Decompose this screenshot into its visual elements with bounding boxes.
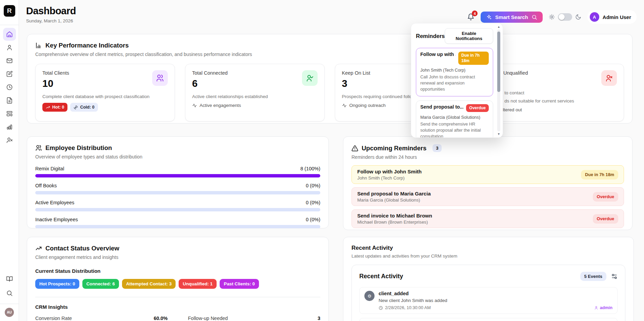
cyclone-icon bbox=[74, 105, 78, 110]
distribution-label: Active Employees bbox=[35, 200, 74, 205]
edit-icon bbox=[6, 71, 13, 77]
smart-search-button[interactable]: Smart Search bbox=[481, 12, 543, 23]
insight-value: 3 bbox=[318, 316, 320, 321]
distribution-value: 0 (0%) bbox=[306, 217, 320, 222]
bar-chart-icon bbox=[6, 124, 13, 130]
sidebar-item-mail[interactable] bbox=[3, 54, 16, 67]
kpi-card-total-unqualified[interactable]: Total Unqualified to contact ds not suit… bbox=[484, 64, 624, 121]
scrollbar-track[interactable] bbox=[497, 30, 500, 131]
sidebar-item-search[interactable] bbox=[3, 287, 16, 300]
warning-icon bbox=[351, 145, 358, 152]
progress-bar bbox=[35, 225, 320, 228]
upcoming-reminders-section: Upcoming Reminders 3 Reminders due withi… bbox=[343, 136, 632, 230]
clock-icon bbox=[6, 84, 13, 91]
sidebar: R bbox=[0, 0, 19, 321]
events-count-badge: 5 Events bbox=[580, 272, 606, 281]
reminder-title: Send proposal to Maria Garcia bbox=[357, 191, 431, 196]
reminder-subtitle: John Smith (Tech Corp) bbox=[357, 175, 422, 181]
distribution-label: Inactive Employees bbox=[35, 217, 78, 222]
kpi-value: 10 bbox=[42, 78, 168, 90]
notifications-button[interactable]: 4 bbox=[467, 13, 475, 21]
activity-item[interactable]: ⚙ client_added New client John Smith was… bbox=[359, 287, 618, 314]
theme-switcher bbox=[549, 13, 581, 21]
kpi-section: Key Performance Indicators Comprehensive… bbox=[27, 34, 632, 124]
kpi-card-total-connected[interactable]: Total Connected 6 Active client relation… bbox=[185, 64, 325, 121]
progress-bar bbox=[35, 208, 320, 211]
reminder-item[interactable]: Send proposal to Maria Garcia Maria Garc… bbox=[351, 187, 624, 206]
reminder-item[interactable]: Send invoice to Michael Brown Michael Br… bbox=[351, 209, 624, 228]
scroll-up-arrow[interactable]: ▲ bbox=[497, 25, 500, 29]
sidebar-item-analytics[interactable] bbox=[3, 120, 16, 133]
insight-label: Conversion Rate bbox=[35, 316, 72, 321]
kpi-value bbox=[491, 78, 617, 90]
popup-reminder-item[interactable]: Send proposal to... Overdue Maria Garcia… bbox=[416, 100, 493, 138]
sliders-icon[interactable] bbox=[611, 273, 618, 280]
app-logo[interactable]: R bbox=[4, 5, 15, 17]
moon-icon bbox=[575, 14, 581, 20]
activity-icon bbox=[192, 103, 197, 108]
trending-up-icon bbox=[46, 105, 50, 110]
sidebar-item-history[interactable] bbox=[3, 81, 16, 94]
kpi-label: Total Unqualified bbox=[491, 70, 617, 76]
scroll-down-arrow[interactable]: ▼ bbox=[497, 132, 500, 136]
reminder-title: Send invoice to Michael Brown bbox=[357, 213, 432, 219]
gear-icon: ⚙ bbox=[364, 291, 375, 301]
popup-title: Reminders bbox=[416, 33, 445, 39]
kpi-description-line2: ds not suitable for current services bbox=[491, 98, 617, 103]
reminder-subtitle: Maria Garcia (Global Solutions) bbox=[357, 197, 431, 203]
enable-notifications-button[interactable]: Enable Notifications bbox=[445, 28, 493, 44]
employee-distribution-section: Employee Distribution Overview of employ… bbox=[27, 136, 329, 228]
kpi-subtitle: Comprehensive overview of client metrics… bbox=[35, 52, 624, 57]
due-badge: Due in 7h 18m bbox=[458, 52, 489, 65]
kpi-label: Total Connected bbox=[192, 70, 318, 76]
page-date: Sunday, March 1, 2026 bbox=[26, 18, 76, 23]
sidebar-item-board[interactable] bbox=[3, 107, 16, 120]
distribution-label: Remix Digital bbox=[35, 166, 64, 171]
activity-item[interactable]: ⚙ note_created bbox=[359, 318, 618, 321]
sidebar-avatar[interactable]: AU bbox=[5, 308, 14, 317]
distribution-value: 0 (0%) bbox=[306, 183, 320, 188]
recent-activity-card: Recent Activity 5 Events ⚙ client_added … bbox=[351, 265, 625, 321]
sidebar-item-compose[interactable] bbox=[3, 68, 16, 80]
page-title: Dashboard bbox=[26, 5, 76, 17]
kpi-description: Complete client database with prospect c… bbox=[42, 94, 168, 99]
recent-activity-title: Recent Activity bbox=[351, 245, 625, 251]
sidebar-item-docs[interactable] bbox=[3, 272, 16, 285]
sidebar-nav bbox=[3, 28, 16, 147]
popup-reminder-subtitle: Maria Garcia (Global Solutions) bbox=[420, 115, 489, 120]
sidebar-item-home[interactable] bbox=[3, 28, 16, 41]
sidebar-item-documents[interactable] bbox=[3, 94, 16, 107]
sidebar-item-clients[interactable] bbox=[3, 41, 16, 54]
insight-label: Follow-up Needed bbox=[188, 316, 228, 321]
reminder-title: Follow up with John Smith bbox=[357, 169, 422, 174]
toggle-knob bbox=[559, 14, 565, 20]
header-controls: 4 Smart Search A Admin User bbox=[467, 10, 637, 24]
kpi-value: 6 bbox=[192, 78, 318, 90]
user-menu[interactable]: A Admin User bbox=[587, 10, 637, 24]
user-name: Admin User bbox=[603, 14, 631, 20]
kpi-label: Total Clients bbox=[42, 70, 168, 76]
employee-distribution-subtitle: Overview of employee types and status di… bbox=[35, 154, 320, 159]
scrollbar-thumb[interactable] bbox=[497, 32, 500, 92]
trending-up-icon bbox=[35, 245, 42, 252]
cold-badge: Cold: 0 bbox=[70, 103, 98, 112]
distribution-heading: Current Status Distribution bbox=[35, 268, 320, 274]
progress-fill bbox=[35, 174, 320, 177]
dashboard-page: R bbox=[0, 0, 644, 321]
distribution-label: Off Books bbox=[35, 183, 57, 188]
popup-reminder-item[interactable]: Follow up with Joh... Due in 7h 18m John… bbox=[416, 48, 493, 96]
kpi-card-total-clients[interactable]: Total Clients 10 Complete client databas… bbox=[35, 64, 175, 121]
search-icon bbox=[531, 14, 537, 20]
kpi-footer: Filtered out bbox=[491, 107, 617, 112]
popup-scrollbar[interactable]: ▲ ▼ bbox=[497, 25, 501, 136]
page-header: Dashboard Sunday, March 1, 2026 bbox=[26, 5, 76, 23]
clock-icon bbox=[379, 306, 383, 310]
hot-badge: Hot: 0 bbox=[42, 103, 67, 112]
users-icon bbox=[35, 145, 42, 151]
reminder-item[interactable]: Follow up with John Smith John Smith (Te… bbox=[351, 165, 624, 184]
layout-icon bbox=[6, 110, 13, 117]
activity-card-title: Recent Activity bbox=[359, 273, 403, 280]
popup-reminder-title: Send proposal to... bbox=[420, 104, 463, 112]
sidebar-item-unqualified[interactable] bbox=[3, 134, 16, 147]
theme-toggle[interactable] bbox=[558, 13, 572, 21]
